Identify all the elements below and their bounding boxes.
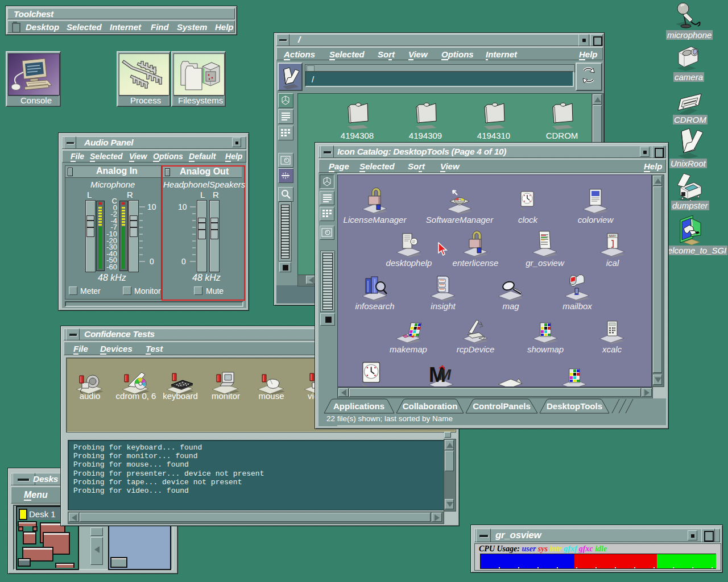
svg-text:enterlicense: enterlicense	[453, 258, 499, 268]
svg-text:M: M	[439, 366, 452, 383]
svg-text:infosearch: infosearch	[355, 301, 394, 311]
svg-text:Applications: Applications	[333, 401, 384, 411]
svg-text:makemap: makemap	[390, 344, 427, 354]
svg-text:4194308: 4194308	[341, 131, 374, 140]
svg-text:ControlPanels: ControlPanels	[473, 401, 531, 411]
svg-text:MAY: MAY	[609, 234, 617, 238]
svg-text:cdrom 0, 6: cdrom 0, 6	[116, 391, 156, 401]
svg-text:DesktopTools: DesktopTools	[547, 401, 602, 411]
svg-text:monitor: monitor	[212, 391, 240, 401]
svg-text:Collaboration: Collaboration	[403, 401, 458, 411]
svg-text:clock: clock	[518, 215, 539, 225]
svg-text:showmap: showmap	[527, 344, 564, 354]
svg-text:ical: ical	[606, 258, 619, 268]
svg-text:SoftwareManager: SoftwareManager	[426, 215, 494, 225]
svg-text:keyboard: keyboard	[163, 391, 198, 401]
svg-text:audio: audio	[80, 391, 101, 401]
svg-text:gr_osview: gr_osview	[526, 258, 565, 268]
svg-text:4194309: 4194309	[409, 131, 442, 140]
svg-text:rcpDevice: rcpDevice	[457, 344, 495, 354]
svg-text:LicenseManager: LicenseManager	[344, 215, 407, 225]
svg-text:CDROM: CDROM	[546, 131, 578, 140]
svg-text:insight: insight	[431, 301, 456, 311]
svg-text:mouse: mouse	[258, 391, 284, 401]
svg-text:mag: mag	[502, 301, 519, 311]
svg-text:desktophelp: desktophelp	[386, 258, 432, 268]
svg-text:4194310: 4194310	[477, 131, 510, 140]
svg-text:xcalc: xcalc	[602, 344, 622, 354]
svg-text:mailbox: mailbox	[562, 301, 592, 311]
svg-text:colorview: colorview	[578, 215, 614, 225]
